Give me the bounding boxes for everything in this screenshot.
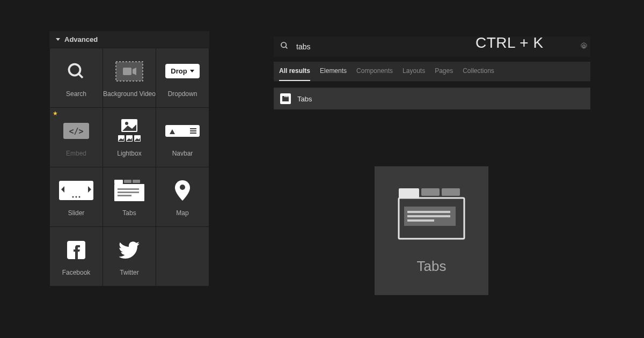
svg-rect-37 (421, 188, 440, 196)
element-dropdown[interactable]: Drop Dropdown (156, 48, 209, 107)
element-search[interactable]: Search (50, 48, 103, 107)
facebook-icon (67, 237, 85, 263)
svg-rect-34 (287, 96, 289, 97)
search-icon (280, 41, 289, 52)
elements-panel: Advanced Search Background Video Drop (49, 31, 209, 286)
svg-text:</>: </> (69, 127, 83, 136)
preview-tabs-card[interactable]: Tabs (375, 166, 488, 295)
svg-rect-13 (190, 128, 196, 129)
svg-rect-33 (285, 96, 287, 97)
keyboard-shortcut-hint: CTRL + K (475, 34, 544, 52)
svg-line-1 (79, 74, 83, 78)
element-twitter[interactable]: Twitter (103, 227, 156, 286)
element-label: Slider (68, 209, 85, 217)
panel-header-advanced[interactable]: Advanced (49, 31, 209, 48)
svg-rect-21 (124, 180, 131, 183)
map-icon (175, 177, 190, 204)
svg-rect-43 (407, 219, 434, 222)
svg-point-27 (180, 185, 185, 190)
navbar-icon (165, 117, 200, 144)
elements-grid: Search Background Video Drop Dropdown ★ … (49, 48, 209, 286)
svg-rect-26 (118, 195, 131, 196)
twitter-icon (119, 237, 140, 263)
star-icon: ★ (53, 110, 58, 117)
svg-point-17 (72, 196, 74, 197)
element-label: Dropdown (168, 90, 197, 98)
search-results: Tabs (274, 87, 590, 109)
svg-rect-32 (282, 96, 284, 97)
element-facebook[interactable]: Facebook (50, 227, 103, 286)
svg-rect-20 (114, 180, 123, 184)
filter-components[interactable]: Components (356, 67, 393, 81)
empty-cell (156, 227, 209, 286)
filter-pages[interactable]: Pages (435, 67, 453, 81)
slider-icon (59, 177, 93, 204)
element-label: Background Video (103, 90, 156, 98)
element-navbar[interactable]: Navbar (156, 108, 209, 167)
svg-rect-24 (118, 188, 139, 190)
svg-point-31 (583, 45, 585, 47)
svg-rect-36 (399, 188, 419, 198)
svg-rect-35 (282, 97, 289, 101)
element-label: Twitter (120, 269, 138, 276)
element-map[interactable]: Map (156, 167, 209, 226)
filter-layouts[interactable]: Layouts (402, 67, 425, 81)
svg-rect-3 (123, 68, 131, 75)
panel-title: Advanced (64, 35, 98, 43)
svg-rect-22 (133, 180, 140, 183)
search-icon (67, 58, 86, 85)
element-tabs[interactable]: Tabs (103, 167, 156, 226)
element-embed[interactable]: ★ </> Embed (50, 108, 103, 167)
filter-collections[interactable]: Collections (463, 67, 494, 81)
tabs-icon (114, 177, 144, 204)
element-slider[interactable]: Slider (50, 167, 103, 226)
gear-icon[interactable] (580, 42, 588, 53)
svg-rect-42 (407, 215, 450, 217)
svg-point-0 (69, 64, 80, 75)
bgvideo-icon (115, 58, 144, 85)
element-label: Lightbox (117, 150, 141, 157)
caret-down-icon (56, 38, 60, 41)
element-label: Map (176, 209, 188, 217)
chevron-down-icon (190, 70, 194, 72)
result-tabs[interactable]: Tabs (274, 87, 590, 109)
filter-all-results[interactable]: All results (279, 67, 310, 81)
filter-tabs: All results Elements Components Layouts … (274, 62, 590, 82)
svg-rect-25 (118, 192, 139, 193)
dropdown-button-label: Drop (171, 67, 187, 75)
element-label: Tabs (122, 209, 136, 217)
element-label: Search (66, 90, 86, 98)
filter-elements[interactable]: Elements (320, 67, 347, 81)
element-lightbox[interactable]: Lightbox (103, 108, 156, 167)
svg-point-7 (125, 122, 128, 125)
svg-point-19 (79, 196, 80, 197)
svg-point-29 (281, 42, 286, 47)
tabs-small-icon (280, 93, 291, 104)
svg-line-30 (286, 47, 287, 48)
element-label: Embed (66, 150, 86, 157)
tabs-large-icon (397, 187, 466, 243)
element-background-video[interactable]: Background Video (103, 48, 156, 107)
svg-rect-15 (190, 133, 196, 134)
svg-rect-12 (171, 132, 173, 134)
lightbox-icon (117, 117, 142, 144)
svg-point-18 (76, 196, 77, 197)
svg-rect-38 (442, 188, 460, 196)
element-label: Navbar (172, 150, 193, 157)
svg-rect-41 (407, 211, 450, 213)
result-label: Tabs (297, 95, 312, 103)
preview-label: Tabs (417, 258, 447, 275)
element-label: Facebook (62, 269, 91, 276)
embed-icon: </> (63, 117, 89, 144)
svg-rect-14 (190, 130, 196, 131)
dropdown-icon: Drop (165, 58, 199, 85)
